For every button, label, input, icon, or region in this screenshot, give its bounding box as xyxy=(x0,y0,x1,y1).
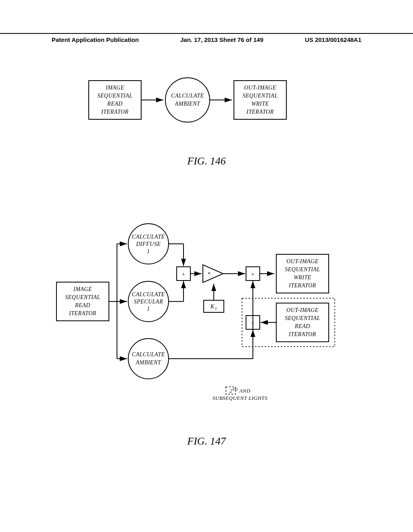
fig147-diffuse-l2: DIFFUSE xyxy=(136,241,161,247)
fig147-spec-l3: 1 xyxy=(147,306,150,312)
fig147-amb-l1: CALCULATE xyxy=(132,351,165,357)
svg-rect-29 xyxy=(242,298,335,347)
fig147-write-l2: SEQUENTIAL xyxy=(285,266,320,272)
fig147-readout-l1: OUT-IMAGE xyxy=(286,307,319,313)
fig147-write-l4: ITERATOR xyxy=(288,283,316,289)
fig147-spec-l2: SPECULAR xyxy=(134,299,163,305)
fig147-readout-l2: SEQUENTIAL xyxy=(285,315,320,321)
fig147-write-l1: OUT-IMAGE xyxy=(286,258,319,264)
svg-marker-22 xyxy=(203,265,223,283)
fig147-readout-l4: ITERATOR xyxy=(288,331,316,337)
header-right: US 2013/0016248A1 xyxy=(305,36,361,43)
fig-146-diagram: IMAGE SEQUENTIAL READ ITERATOR CALCULATE… xyxy=(85,77,319,141)
svg-point-2 xyxy=(165,78,210,122)
fig147-mult: * xyxy=(207,271,211,277)
page-header: Patent Application Publication Jan. 17, … xyxy=(0,33,413,43)
fig147-read-l2: SEQUENTIAL xyxy=(65,294,100,300)
fig147-legend-l1: 2ND AND xyxy=(229,387,250,394)
fig147-plus1: + xyxy=(181,271,186,277)
fig146-write-l3: WRITE xyxy=(251,101,269,107)
page-container: Patent Application Publication Jan. 17, … xyxy=(0,0,413,532)
fig146-calc-l2: AMBIENT xyxy=(175,101,200,107)
fig146-calc-l1: CALCULATE xyxy=(171,93,204,99)
fig146-write-l4: ITERATOR xyxy=(246,109,274,115)
fig146-read-l4: ITERATOR xyxy=(101,109,129,115)
fig146-read-l3: READ xyxy=(107,101,123,107)
fig146-read-l2: SEQUENTIAL xyxy=(97,93,132,99)
fig147-write-l3: WRITE xyxy=(294,274,311,281)
fig147-k1: K1 xyxy=(210,303,217,311)
fig147-read-l4: ITERATOR xyxy=(69,310,96,316)
fig146-write-l1: OUT-IMAGE xyxy=(244,85,276,91)
fig147-diffuse-l3: 1 xyxy=(147,248,150,254)
fig146-read-l1: IMAGE xyxy=(105,85,124,91)
fig-146-label: FIG. 146 xyxy=(166,155,247,167)
fig-147-diagram: IMAGE SEQUENTIAL READ ITERATOR CALCULATE… xyxy=(52,214,355,415)
fig147-legend-l2: SUBSEQUENT LIGHTS xyxy=(213,395,267,401)
fig147-plus2: + xyxy=(251,271,255,277)
fig147-read-l3: READ xyxy=(75,302,90,308)
svg-point-13 xyxy=(128,339,169,379)
header-center: Jan. 17, 2013 Sheet 76 of 149 xyxy=(180,36,263,43)
fig147-plus3: + xyxy=(251,320,255,326)
header-left: Patent Application Publication xyxy=(52,36,139,43)
fig147-readout-l3: READ xyxy=(294,323,310,329)
fig147-diffuse-l1: CALCULATE xyxy=(132,234,165,240)
fig147-amb-l2: AMBIENT xyxy=(136,360,161,366)
fig147-read-l1: IMAGE xyxy=(73,286,92,292)
fig-147-label: FIG. 147 xyxy=(166,435,247,447)
fig147-spec-l1: CALCULATE xyxy=(132,291,165,297)
fig146-write-l2: SEQUENTIAL xyxy=(242,93,277,99)
